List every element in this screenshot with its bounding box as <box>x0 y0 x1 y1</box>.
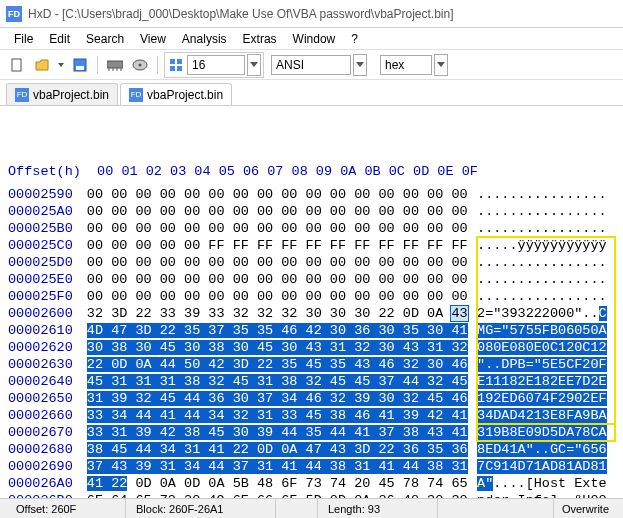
hex-row[interactable]: 0000268038 45 44 34 31 41 22 0D 0A 47 43… <box>8 441 615 458</box>
hex-bytes[interactable]: 00 00 00 00 00 FF FF FF FF FF FF FF FF F… <box>87 237 477 254</box>
hex-row[interactable]: 000025D000 00 00 00 00 00 00 00 00 00 00… <box>8 254 615 271</box>
bytes-per-row-input[interactable] <box>187 55 245 75</box>
hex-row[interactable]: 0000269037 43 39 31 34 44 37 31 41 44 38… <box>8 458 615 475</box>
hex-row[interactable]: 000025F000 00 00 00 00 00 00 00 00 00 00… <box>8 288 615 305</box>
ascii-bytes[interactable]: 319B8E09D5DA78CA <box>477 424 615 441</box>
menu-extras[interactable]: Extras <box>235 30 285 48</box>
ascii-bytes[interactable]: ................ <box>477 186 615 203</box>
offset-cell: 000025E0 <box>8 271 87 288</box>
status-spacer <box>276 499 318 518</box>
hex-bytes[interactable]: 32 3D 22 33 39 33 32 32 32 30 30 30 22 0… <box>87 305 477 322</box>
svg-rect-3 <box>107 61 123 68</box>
hex-row[interactable]: 0000265031 39 32 45 44 36 30 37 34 46 32… <box>8 390 615 407</box>
hex-row[interactable]: 0000263022 0D 0A 44 50 42 3D 22 35 45 35… <box>8 356 615 373</box>
status-block: Block: 260F-26A1 <box>126 499 276 518</box>
hex-bytes[interactable]: 4D 47 3D 22 35 37 35 35 46 42 30 36 30 3… <box>87 322 477 339</box>
hex-bytes[interactable]: 00 00 00 00 00 00 00 00 00 00 00 00 00 0… <box>87 186 477 203</box>
offset-cell: 00002620 <box>8 339 87 356</box>
ascii-bytes[interactable]: "..DPB="5E5CF20F <box>477 356 615 373</box>
ascii-bytes[interactable]: ................ <box>477 203 615 220</box>
hex-row[interactable]: 0000266033 34 44 41 44 34 32 31 33 45 38… <box>8 407 615 424</box>
hex-row[interactable]: 000026A041 22 0D 0A 0D 0A 5B 48 6F 73 74… <box>8 475 615 492</box>
status-offset: Offset: 260F <box>6 499 126 518</box>
menu-file[interactable]: File <box>6 30 41 48</box>
hex-row[interactable]: 000025A000 00 00 00 00 00 00 00 00 00 00… <box>8 203 615 220</box>
ram-icon[interactable] <box>104 54 126 76</box>
title-bar: FD HxD - [C:\Users\bradj_000\Desktop\Mak… <box>0 0 623 28</box>
hex-row[interactable]: 000026104D 47 3D 22 35 37 35 35 46 42 30… <box>8 322 615 339</box>
hex-bytes[interactable]: 37 43 39 31 34 44 37 31 41 44 38 31 41 4… <box>87 458 477 475</box>
ascii-bytes[interactable]: A"....[Host Exte <box>477 475 615 492</box>
hex-bytes[interactable]: 22 0D 0A 44 50 42 3D 22 35 45 35 43 46 3… <box>87 356 477 373</box>
hex-bytes[interactable]: 33 34 44 41 44 34 32 31 33 45 38 46 41 3… <box>87 407 477 424</box>
ascii-bytes[interactable]: 8ED41A"..GC="656 <box>477 441 615 458</box>
ascii-bytes[interactable]: 2="393222000"..C <box>477 305 615 322</box>
hex-bytes[interactable]: 00 00 00 00 00 00 00 00 00 00 00 00 00 0… <box>87 254 477 271</box>
ascii-bytes[interactable]: 192ED6074F2902EF <box>477 390 615 407</box>
offset-cell: 00002630 <box>8 356 87 373</box>
ascii-bytes[interactable]: ................ <box>477 271 615 288</box>
hex-bytes[interactable]: 00 00 00 00 00 00 00 00 00 00 00 00 00 0… <box>87 271 477 288</box>
toolbar-divider <box>157 56 158 74</box>
number-base-select[interactable] <box>380 55 432 75</box>
hex-viewer[interactable]: Offset(h) 00 01 02 03 04 05 06 07 08 09 … <box>0 106 623 498</box>
disk-icon[interactable] <box>129 54 151 76</box>
offset-cell: 00002600 <box>8 305 87 322</box>
file-icon: FD <box>129 88 143 102</box>
hex-row[interactable]: 0000264045 31 31 31 38 32 45 31 38 32 45… <box>8 373 615 390</box>
tab-0[interactable]: FDvbaProject.bin <box>6 83 118 105</box>
menu-window[interactable]: Window <box>285 30 344 48</box>
save-icon[interactable] <box>69 54 91 76</box>
menu-edit[interactable]: Edit <box>41 30 78 48</box>
hex-bytes[interactable]: 30 38 30 45 30 38 30 45 30 43 31 32 30 4… <box>87 339 477 356</box>
hex-row[interactable]: 0000260032 3D 22 33 39 33 32 32 32 30 30… <box>8 305 615 322</box>
ascii-bytes[interactable]: .....ÿÿÿÿÿÿÿÿÿÿÿ <box>477 237 615 254</box>
hex-row[interactable]: 0000259000 00 00 00 00 00 00 00 00 00 00… <box>8 186 615 203</box>
offset-cell: 000026A0 <box>8 475 87 492</box>
dropdown-arrow-icon[interactable] <box>56 54 66 76</box>
hex-bytes[interactable]: 31 39 32 45 44 36 30 37 34 46 32 39 30 3… <box>87 390 477 407</box>
new-file-icon[interactable] <box>6 54 28 76</box>
menu-analysis[interactable]: Analysis <box>174 30 235 48</box>
tab-1[interactable]: FDvbaProject.bin <box>120 83 232 105</box>
ascii-bytes[interactable]: E11182E182EE7D2E <box>477 373 615 390</box>
offset-cell: 000025B0 <box>8 220 87 237</box>
hex-bytes[interactable]: 00 00 00 00 00 00 00 00 00 00 00 00 00 0… <box>87 288 477 305</box>
menu-help[interactable]: ? <box>343 30 366 48</box>
offset-cell: 00002610 <box>8 322 87 339</box>
grid-icon[interactable] <box>167 54 185 76</box>
tab-label: vbaProject.bin <box>147 88 223 102</box>
dropdown-arrow-icon[interactable] <box>247 54 261 76</box>
encoding-select[interactable] <box>271 55 351 75</box>
hex-row[interactable]: 000025C000 00 00 00 00 FF FF FF FF FF FF… <box>8 237 615 254</box>
ascii-bytes[interactable]: ................ <box>477 220 615 237</box>
dropdown-arrow-icon[interactable] <box>353 54 367 76</box>
offset-cell: 000025F0 <box>8 288 87 305</box>
svg-rect-2 <box>76 66 84 70</box>
hex-bytes[interactable]: 45 31 31 31 38 32 45 31 38 32 45 45 37 4… <box>87 373 477 390</box>
offset-cell: 000025A0 <box>8 203 87 220</box>
ascii-bytes[interactable]: 34DAD4213E8FA9BA <box>477 407 615 424</box>
ascii-bytes[interactable]: 7C914D71AD81AD81 <box>477 458 615 475</box>
hex-row[interactable]: 000025B000 00 00 00 00 00 00 00 00 00 00… <box>8 220 615 237</box>
hex-row[interactable]: 0000267033 31 39 42 38 45 30 39 44 35 44… <box>8 424 615 441</box>
hex-bytes[interactable]: 33 31 39 42 38 45 30 39 44 35 44 41 37 3… <box>87 424 477 441</box>
ascii-bytes[interactable]: MG="5755FB06050A <box>477 322 615 339</box>
offset-cell: 000025C0 <box>8 237 87 254</box>
hex-row[interactable]: 0000262030 38 30 45 30 38 30 45 30 43 31… <box>8 339 615 356</box>
offset-cell: 000025D0 <box>8 254 87 271</box>
ascii-bytes[interactable]: 080E080E0C120C12 <box>477 339 615 356</box>
dropdown-arrow-icon[interactable] <box>434 54 448 76</box>
hex-bytes[interactable]: 00 00 00 00 00 00 00 00 00 00 00 00 00 0… <box>87 220 477 237</box>
ascii-bytes[interactable]: ................ <box>477 288 615 305</box>
menu-search[interactable]: Search <box>78 30 132 48</box>
hex-bytes[interactable]: 38 45 44 34 31 41 22 0D 0A 47 43 3D 22 3… <box>87 441 477 458</box>
menu-view[interactable]: View <box>132 30 174 48</box>
hex-row[interactable]: 000025E000 00 00 00 00 00 00 00 00 00 00… <box>8 271 615 288</box>
open-file-icon[interactable] <box>31 54 53 76</box>
tab-bar: FDvbaProject.binFDvbaProject.bin <box>0 80 623 106</box>
hex-bytes[interactable]: 00 00 00 00 00 00 00 00 00 00 00 00 00 0… <box>87 203 477 220</box>
ascii-bytes[interactable]: ................ <box>477 254 615 271</box>
svg-point-9 <box>139 63 142 66</box>
hex-bytes[interactable]: 41 22 0D 0A 0D 0A 5B 48 6F 73 74 20 45 7… <box>87 475 477 492</box>
